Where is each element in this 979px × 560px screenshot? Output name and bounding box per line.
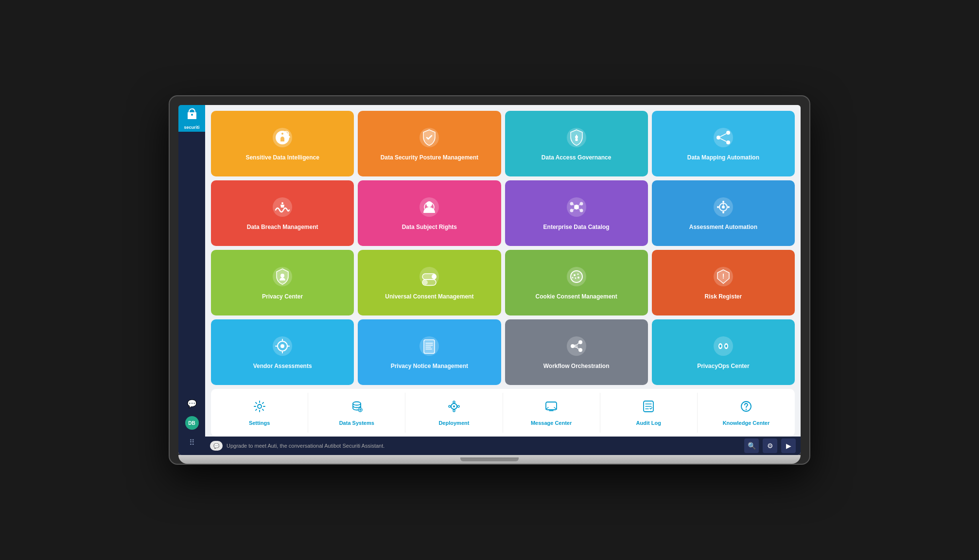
svg-point-35 [717, 206, 719, 208]
utility-tile-settings[interactable]: Settings [211, 393, 308, 433]
tile-vendor-assessments[interactable]: Vendor Assessments [211, 319, 354, 385]
tile-cookie-consent[interactable]: Cookie Consent Management [505, 250, 648, 315]
chat-icon[interactable]: 💬 [185, 397, 199, 410]
tile-data-access-governance[interactable]: Data Access Governance [505, 111, 648, 176]
screen: securiti 💬 DB ⠿ [178, 105, 801, 455]
laptop-notch [460, 457, 519, 461]
svg-point-20 [574, 205, 579, 210]
message-center-icon [544, 400, 558, 416]
data-security-icon [418, 126, 441, 149]
tile-data-subject-rights[interactable]: Data Subject Rights [358, 180, 501, 246]
bottom-bar: 💬 Upgrade to meet Auti, the conversation… [205, 437, 801, 455]
svg-point-66 [571, 344, 575, 348]
svg-point-74 [725, 345, 727, 348]
tile-label: Assessment Automation [689, 224, 757, 231]
tile-label: Enterprise Data Catalog [543, 224, 610, 231]
utility-tile-audit-log[interactable]: Audit Log [600, 393, 698, 433]
play-button[interactable]: ▶ [781, 438, 796, 453]
utility-tile-knowledge-center[interactable]: Knowledge Center [698, 393, 795, 433]
svg-point-37 [280, 274, 284, 278]
svg-point-24 [579, 209, 583, 212]
tile-universal-consent[interactable]: Universal Consent Management [358, 250, 501, 315]
utility-label: Audit Log [636, 420, 661, 426]
grid-area: Sensitive Data Intelligence Data Securit… [205, 105, 801, 437]
bottom-icons: 🔍 ⚙ ▶ [744, 438, 796, 453]
tile-privacyops-center[interactable]: PrivacyOps Center [652, 319, 795, 385]
svg-point-9 [717, 136, 720, 140]
svg-point-48 [577, 277, 579, 279]
svg-point-21 [570, 202, 573, 205]
privacy-center-icon [271, 265, 294, 288]
data-systems-icon [350, 400, 364, 416]
tile-enterprise-data-catalog[interactable]: Enterprise Data Catalog [505, 180, 648, 246]
privacyops-icon [712, 334, 735, 358]
tile-label: Data Access Governance [542, 154, 612, 162]
deployment-icon [447, 400, 461, 416]
utility-tile-data-systems[interactable]: Data Systems [308, 393, 405, 433]
tile-data-breach[interactable]: Data Breach Management [211, 180, 354, 246]
workflow-icon [565, 334, 588, 358]
tile-label: Data Breach Management [247, 224, 318, 231]
enterprise-catalog-icon [565, 195, 588, 219]
svg-point-23 [570, 209, 573, 212]
svg-point-67 [578, 340, 582, 344]
tile-label: Workflow Orchestration [543, 363, 610, 370]
cookie-consent-icon [565, 265, 588, 288]
sidebar-bottom: 💬 DB ⠿ [185, 397, 199, 455]
utility-label: Data Systems [339, 420, 374, 426]
laptop-frame: securiti 💬 DB ⠿ [169, 95, 810, 465]
tile-data-security-posture[interactable]: Data Security Posture Management [358, 111, 501, 176]
svg-text:!: ! [722, 272, 725, 280]
data-mapping-icon [712, 126, 735, 149]
svg-point-22 [579, 202, 583, 205]
vendor-assessments-icon [271, 334, 294, 358]
tile-label: PrivacyOps Center [697, 363, 749, 370]
utility-label: Knowledge Center [723, 420, 770, 426]
utility-tile-message-center[interactable]: Message Center [503, 393, 600, 433]
svg-point-10 [726, 131, 730, 135]
avatar[interactable]: DB [185, 416, 199, 430]
svg-point-44 [571, 271, 582, 282]
apps-icon[interactable]: ⠿ [185, 436, 199, 449]
tile-workflow-orchestration[interactable]: Workflow Orchestration [505, 319, 648, 385]
tile-assessment-automation[interactable]: Assessment Automation [652, 180, 795, 246]
tile-privacy-center[interactable]: Privacy Center [211, 250, 354, 315]
svg-point-82 [453, 401, 455, 403]
tile-data-mapping[interactable]: Data Mapping Automation [652, 111, 795, 176]
svg-point-11 [726, 140, 730, 144]
svg-rect-6 [575, 139, 577, 141]
laptop-base [178, 455, 801, 464]
svg-point-85 [457, 405, 459, 407]
tile-privacy-notice[interactable]: Privacy Notice Management [358, 319, 501, 385]
filter-button[interactable]: ⚙ [763, 438, 777, 453]
svg-point-81 [453, 405, 455, 407]
data-access-icon [565, 126, 588, 149]
sensitive-data-icon [271, 126, 294, 149]
svg-point-46 [577, 273, 578, 275]
svg-point-42 [423, 280, 428, 285]
svg-rect-86 [546, 402, 557, 410]
data-breach-icon [271, 195, 294, 219]
utility-tiles-grid: Settings [211, 389, 795, 437]
tile-sensitive-data-intelligence[interactable]: Sensitive Data Intelligence [211, 111, 354, 176]
svg-point-76 [353, 402, 361, 405]
search-button[interactable]: 🔍 [744, 438, 759, 453]
app-logo[interactable]: securiti [178, 105, 205, 132]
svg-point-73 [719, 345, 721, 348]
tile-risk-register[interactable]: ! Risk Register [652, 250, 795, 315]
logo-label: securiti [184, 125, 199, 130]
svg-point-47 [575, 277, 576, 279]
tile-label: Sensitive Data Intelligence [245, 154, 319, 162]
svg-point-68 [578, 348, 582, 352]
logo-icon [185, 107, 199, 124]
chat-bubble-icon: 💬 [210, 441, 223, 451]
utility-tile-deployment[interactable]: Deployment [405, 393, 503, 433]
sidebar: securiti 💬 DB ⠿ [178, 105, 205, 455]
data-subject-icon [418, 195, 441, 219]
audit-log-icon [642, 400, 655, 416]
svg-point-45 [574, 274, 576, 276]
tile-label: Data Security Posture Management [381, 154, 478, 162]
svg-point-83 [453, 410, 455, 412]
svg-point-40 [432, 274, 437, 279]
main-tiles-grid: Sensitive Data Intelligence Data Securit… [211, 111, 795, 385]
